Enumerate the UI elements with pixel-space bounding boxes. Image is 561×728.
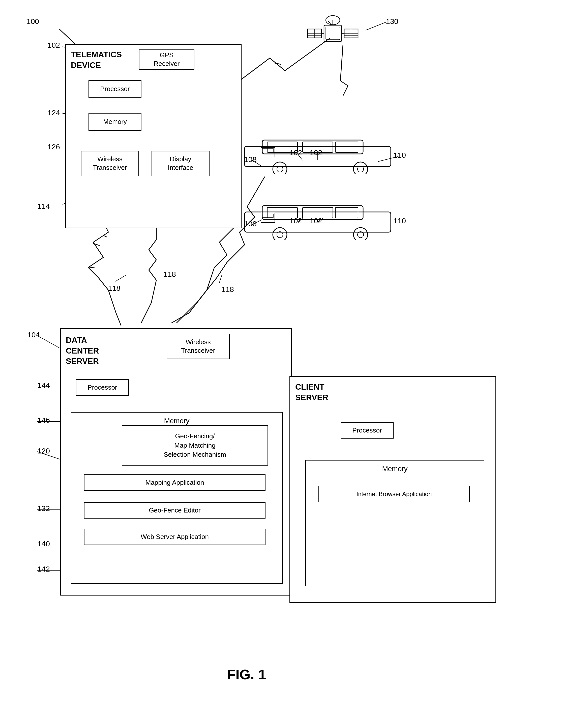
internet-browser-label: Internet Browser Application bbox=[356, 490, 432, 498]
svg-rect-71 bbox=[302, 207, 333, 218]
data-center-box: DATACENTERSERVER WirelessTransceiver Pro… bbox=[60, 328, 292, 596]
ref-146: 146 bbox=[37, 416, 50, 424]
ref-120: 120 bbox=[37, 447, 50, 455]
svg-line-1 bbox=[275, 63, 281, 64]
svg-rect-69 bbox=[262, 206, 363, 220]
memory-tl-box: Memory bbox=[89, 113, 142, 131]
svg-rect-78 bbox=[262, 214, 273, 218]
svg-rect-50 bbox=[324, 25, 342, 42]
web-server-app-label: Web Server Application bbox=[141, 533, 209, 541]
svg-rect-60 bbox=[302, 142, 333, 152]
wireless-transceiver-tl-label: WirelessTransceiver bbox=[93, 155, 127, 172]
memory-cs-label: Memory bbox=[382, 464, 407, 473]
svg-rect-57 bbox=[245, 146, 391, 167]
diagram: 100 102 124 126 114 128 122 130 104 116 … bbox=[0, 0, 561, 728]
vehicle-1-icon bbox=[242, 136, 403, 174]
data-center-title: DATACENTERSERVER bbox=[66, 335, 99, 367]
memory-dc-label: Memory bbox=[164, 416, 189, 425]
svg-rect-61 bbox=[335, 142, 358, 152]
ref-118-2: 118 bbox=[163, 270, 176, 279]
web-server-app-box: Web Server Application bbox=[84, 529, 266, 545]
telematics-title: TELEMATICSDEVICE bbox=[71, 49, 122, 70]
client-server-title: CLIENTSERVER bbox=[295, 382, 328, 403]
client-server-box: CLIENTSERVER Processor Memory Internet B… bbox=[289, 376, 496, 603]
wireless-transceiver-dc-label: WirelessTransceiver bbox=[181, 338, 215, 355]
internet-browser-box: Internet Browser Application bbox=[318, 486, 470, 502]
ref-100: 100 bbox=[26, 17, 39, 26]
gps-receiver-box: GPSReceiver bbox=[139, 49, 195, 70]
figure-label: FIG. 1 bbox=[227, 666, 266, 683]
satellite-icon bbox=[305, 11, 360, 57]
gps-receiver-label: GPSReceiver bbox=[154, 51, 180, 68]
svg-point-74 bbox=[277, 232, 283, 238]
display-interface-tl-label: DisplayInterface bbox=[168, 155, 193, 172]
ref-126: 126 bbox=[47, 143, 60, 151]
display-interface-tl-box: DisplayInterface bbox=[152, 151, 210, 176]
geo-fence-editor-box: Geo-Fence Editor bbox=[84, 502, 266, 519]
svg-rect-58 bbox=[262, 140, 363, 154]
svg-point-63 bbox=[277, 166, 283, 172]
processor-dc-label: Processor bbox=[88, 383, 117, 392]
processor-tl-label: Processor bbox=[100, 85, 130, 93]
memory-dc-outer-box: Memory Geo-Fencing/Map MatchingSelection… bbox=[71, 412, 282, 584]
ref-144: 144 bbox=[37, 381, 50, 390]
svg-line-29 bbox=[116, 275, 126, 281]
processor-cs-box: Processor bbox=[341, 422, 393, 439]
memory-tl-label: Memory bbox=[103, 118, 127, 126]
ref-132: 132 bbox=[37, 504, 50, 513]
vehicle-2-icon bbox=[242, 202, 403, 240]
svg-line-4 bbox=[93, 244, 100, 246]
svg-point-76 bbox=[357, 232, 363, 238]
svg-line-27 bbox=[365, 22, 386, 30]
svg-point-65 bbox=[357, 166, 363, 172]
processor-dc-box: Processor bbox=[76, 379, 129, 396]
mapping-app-box: Mapping Application bbox=[84, 474, 266, 491]
processor-cs-label: Processor bbox=[352, 426, 382, 435]
ref-124: 124 bbox=[47, 109, 60, 117]
memory-cs-outer-box: Memory Internet Browser Application bbox=[305, 460, 484, 586]
wireless-transceiver-tl-box: WirelessTransceiver bbox=[81, 151, 139, 176]
processor-tl-box: Processor bbox=[89, 80, 142, 98]
svg-rect-72 bbox=[335, 207, 358, 218]
ref-102-tl: 102 bbox=[47, 41, 60, 49]
mapping-app-label: Mapping Application bbox=[146, 478, 204, 487]
wireless-transceiver-dc-box: WirelessTransceiver bbox=[167, 334, 230, 359]
ref-130: 130 bbox=[386, 17, 398, 26]
svg-line-31 bbox=[219, 275, 222, 283]
svg-line-16 bbox=[37, 336, 60, 348]
ref-114: 114 bbox=[37, 202, 50, 210]
ref-142: 142 bbox=[37, 565, 50, 573]
telematics-box: TELEMATICSDEVICE GPSReceiver Processor M… bbox=[65, 44, 242, 228]
geo-fence-editor-label: Geo-Fence Editor bbox=[149, 506, 201, 515]
svg-rect-51 bbox=[326, 27, 340, 40]
ref-118-1: 118 bbox=[108, 284, 121, 292]
svg-line-3 bbox=[103, 235, 107, 237]
ref-104: 104 bbox=[27, 331, 40, 339]
geo-fencing-box: Geo-Fencing/Map MatchingSelection Mechan… bbox=[122, 425, 268, 466]
geo-fencing-label: Geo-Fencing/Map MatchingSelection Mechan… bbox=[164, 432, 226, 459]
svg-rect-68 bbox=[245, 212, 391, 232]
ref-140: 140 bbox=[37, 540, 50, 548]
ref-118-3: 118 bbox=[222, 285, 234, 294]
svg-rect-67 bbox=[262, 148, 273, 152]
svg-line-5 bbox=[89, 267, 95, 268]
